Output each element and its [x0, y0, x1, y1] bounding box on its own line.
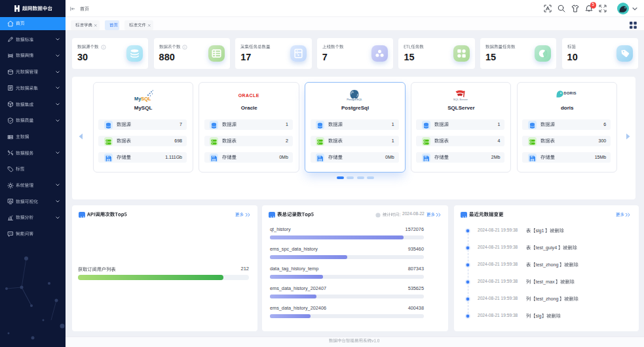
svg-text:MySQL: MySQL	[134, 96, 151, 102]
